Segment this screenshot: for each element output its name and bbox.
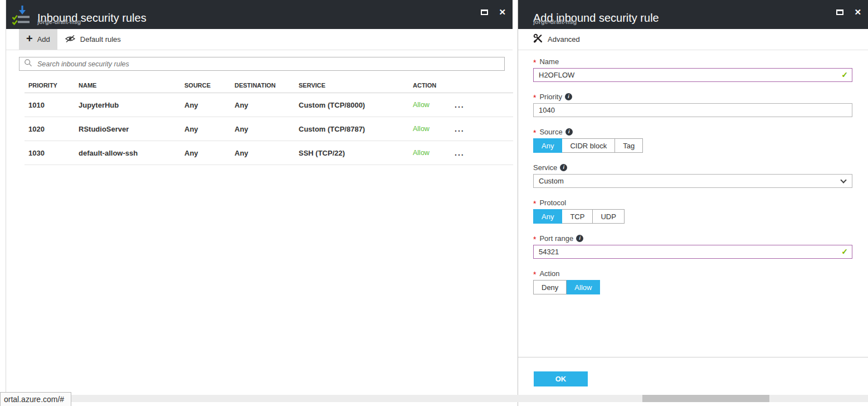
- protocol-option-tcp[interactable]: TCP: [562, 209, 593, 224]
- right-toolbar: Advanced: [518, 29, 868, 50]
- cell-action: Allow: [413, 125, 455, 133]
- source-option-cidr-block[interactable]: CIDR block: [562, 138, 615, 153]
- right-blade-header: Add inbound security rule jorge-draft-ns…: [518, 0, 868, 29]
- protocol-field-group: * Protocol Any TCP UDP: [533, 198, 853, 224]
- source-option-tag[interactable]: Tag: [615, 138, 643, 153]
- chevron-down-icon: [840, 177, 846, 183]
- info-icon[interactable]: i: [565, 93, 572, 100]
- cell-service: SSH (TCP/22): [299, 149, 413, 157]
- tools-icon: [533, 33, 543, 45]
- left-window-controls: ✕: [481, 8, 506, 16]
- port-range-input[interactable]: [533, 245, 852, 259]
- col-service: SERVICE: [299, 82, 413, 89]
- info-icon[interactable]: i: [576, 235, 583, 242]
- source-option-any[interactable]: Any: [533, 138, 562, 153]
- cell-name: default-allow-ssh: [79, 149, 184, 157]
- browser-status-url: ortal.azure.com/#: [0, 392, 71, 406]
- action-field-group: * Action Deny Allow: [533, 269, 853, 294]
- add-rule-form: * Name ✓ * Priority i * Source i: [518, 50, 868, 294]
- col-destination: DESTINATION: [235, 82, 299, 89]
- inbound-security-rules-blade: Inbound security rules jorge-draft-nsg ✕…: [6, 0, 513, 406]
- left-toolbar: + Add Default rules: [6, 29, 513, 50]
- source-label: * Source i: [533, 127, 853, 136]
- plus-icon: +: [26, 33, 33, 44]
- horizontal-scrollbar[interactable]: [0, 395, 868, 402]
- ok-button[interactable]: OK: [534, 371, 588, 386]
- priority-label: * Priority i: [533, 92, 853, 101]
- info-icon[interactable]: i: [560, 164, 567, 171]
- table-row[interactable]: 1020 RStudioServer Any Any Custom (TCP/8…: [25, 117, 513, 141]
- table-row[interactable]: 1010 JupyterHub Any Any Custom (TCP/8000…: [25, 93, 513, 117]
- required-marker: *: [533, 128, 536, 137]
- service-field-group: Service i Custom: [533, 163, 853, 188]
- maximize-button[interactable]: [481, 9, 488, 15]
- source-toggle-group: Any CIDR block Tag: [533, 138, 853, 153]
- info-icon[interactable]: i: [565, 128, 573, 136]
- eye-slash-icon: [65, 35, 76, 45]
- left-blade-header: Inbound security rules jorge-draft-nsg ✕: [6, 0, 513, 29]
- required-marker: *: [533, 270, 536, 279]
- required-marker: *: [533, 199, 536, 208]
- row-menu-button[interactable]: ...: [455, 102, 513, 108]
- default-rules-label: Default rules: [80, 35, 121, 44]
- cell-service: Custom (TCP/8000): [299, 101, 413, 109]
- col-action: ACTION: [413, 82, 455, 89]
- advanced-button[interactable]: Advanced: [533, 29, 587, 50]
- default-rules-button[interactable]: Default rules: [57, 29, 128, 50]
- close-icon: ✕: [499, 8, 506, 16]
- cell-destination: Any: [235, 101, 299, 109]
- protocol-label: * Protocol: [533, 198, 853, 207]
- service-select[interactable]: Custom: [533, 174, 852, 188]
- col-source: SOURCE: [184, 82, 235, 89]
- maximize-button[interactable]: [836, 9, 843, 15]
- rules-table-header: PRIORITY NAME SOURCE DESTINATION SERVICE…: [25, 78, 513, 93]
- close-button[interactable]: ✕: [854, 8, 861, 16]
- cell-source: Any: [184, 101, 235, 109]
- horizontal-scrollbar-thumb[interactable]: [642, 395, 769, 402]
- row-menu-button[interactable]: ...: [455, 126, 513, 132]
- action-label: * Action: [533, 269, 853, 278]
- cell-destination: Any: [235, 149, 299, 157]
- priority-input[interactable]: [533, 103, 852, 117]
- protocol-toggle-group: Any TCP UDP: [533, 209, 853, 224]
- col-priority: PRIORITY: [28, 82, 79, 89]
- required-marker: *: [533, 93, 536, 102]
- right-window-controls: ✕: [836, 8, 861, 16]
- cell-action: Allow: [413, 101, 455, 109]
- advanced-label: Advanced: [548, 35, 580, 44]
- protocol-option-any[interactable]: Any: [533, 209, 562, 224]
- cell-action: Allow: [413, 149, 455, 157]
- left-blade-subtitle: jorge-draft-nsg: [37, 18, 81, 25]
- name-field-group: * Name ✓: [533, 57, 853, 82]
- close-icon: ✕: [854, 8, 861, 16]
- required-marker: *: [533, 235, 536, 244]
- action-option-allow[interactable]: Allow: [567, 280, 600, 294]
- rules-table: PRIORITY NAME SOURCE DESTINATION SERVICE…: [25, 78, 513, 165]
- row-menu-button[interactable]: ...: [455, 150, 513, 156]
- search-icon: [24, 59, 32, 69]
- protocol-option-udp[interactable]: UDP: [593, 209, 624, 224]
- valid-check-icon: ✓: [841, 70, 848, 79]
- search-input[interactable]: [36, 57, 504, 70]
- name-label: * Name: [533, 57, 853, 66]
- footer-divider: [518, 357, 868, 357]
- table-row[interactable]: 1030 default-allow-ssh Any Any SSH (TCP/…: [25, 141, 513, 165]
- action-option-deny[interactable]: Deny: [533, 280, 567, 294]
- inbound-rules-icon: [11, 4, 33, 28]
- cell-name: RStudioServer: [79, 125, 184, 133]
- close-button[interactable]: ✕: [499, 8, 506, 16]
- col-name: NAME: [79, 82, 184, 89]
- add-rule-label: Add: [37, 35, 50, 44]
- cell-destination: Any: [235, 125, 299, 133]
- service-selected-value: Custom: [539, 177, 564, 185]
- maximize-icon: [481, 9, 488, 15]
- cell-service: Custom (TCP/8787): [299, 125, 413, 133]
- service-label: Service i: [533, 163, 853, 172]
- add-rule-button[interactable]: + Add: [19, 29, 57, 50]
- cell-priority: 1030: [28, 149, 79, 157]
- maximize-icon: [836, 9, 843, 15]
- name-input[interactable]: [533, 68, 852, 82]
- port-range-label: * Port range i: [533, 234, 853, 243]
- port-range-field-group: * Port range i ✓: [533, 234, 853, 259]
- right-blade-subtitle: jorge-draft-nsg: [533, 18, 577, 25]
